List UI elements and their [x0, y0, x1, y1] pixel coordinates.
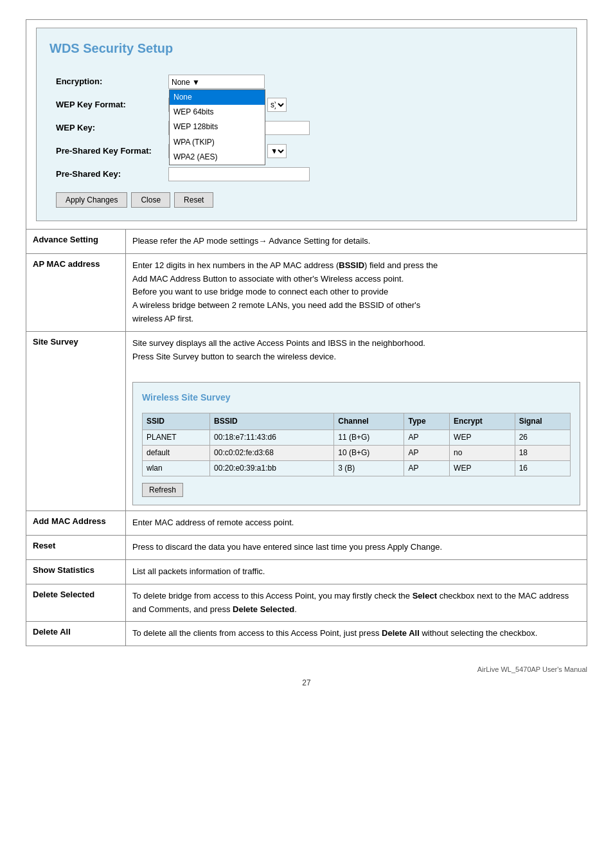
wds-form: Encryption: None ▼ None WEP 64bits WEP 1… [49, 70, 564, 211]
pre-shared-key-format-row: Pre-Shared Key Format: passphrase ▼ [56, 143, 557, 159]
option-wep64[interactable]: WEP 64bits [170, 105, 265, 120]
wds-row: WDS Security Setup Encryption: None ▼ No [26, 20, 587, 230]
wlan-bssid: 00:20:e0:39:a1:bb [210, 461, 334, 476]
encryption-row: Encryption: None ▼ None WEP 64bits WEP 1… [56, 73, 557, 90]
encryption-label: Encryption: [56, 75, 168, 89]
col-bssid: BSSID [210, 413, 334, 429]
default-channel: 10 (B+G) [334, 445, 404, 460]
reset-label-text: Reset [33, 541, 55, 550]
show-statistics-label-text: Show Statistics [33, 565, 94, 575]
pre-shared-key-format-select2[interactable]: ▼ [267, 144, 287, 158]
col-encrypt: Encrypt [450, 413, 515, 429]
pre-shared-key-input[interactable] [168, 167, 310, 181]
site-survey-label: Site Survey [26, 331, 126, 511]
site-survey-content: Site survey displays all the active Acce… [126, 331, 587, 511]
select-bold: Select [413, 591, 437, 601]
site-survey-panel: Wireless Site Survey SSID BSSID Channel … [132, 382, 580, 505]
ap-mac-address-row: AP MAC address Enter 12 digits in hex nu… [26, 253, 587, 331]
advance-setting-row: Advance Setting Please refer the AP mode… [26, 230, 587, 254]
add-mac-label: Add MAC Address [26, 511, 126, 536]
delete-selected-content: To delete bridge from access to this Acc… [126, 584, 587, 622]
planet-signal: 26 [515, 429, 570, 445]
encryption-dropdown: None WEP 64bits WEP 128bits WPA (TKIP) W… [169, 89, 265, 165]
planet-type: AP [404, 429, 450, 445]
col-channel: Channel [334, 413, 404, 429]
wlan-channel: 3 (B) [334, 461, 404, 476]
delete-all-label-text: Delete All [33, 627, 71, 637]
default-encrypt: no [450, 445, 515, 460]
site-survey-panel-title: Wireless Site Survey [142, 390, 571, 404]
wep-key-label: WEP Key: [56, 122, 168, 135]
default-bssid: 00:c0:02:fe:d3:68 [210, 445, 334, 460]
wep-key-format-row: WEP Key Format: s) [56, 96, 557, 113]
site-survey-intro1: Site survey displays all the active Acce… [132, 338, 425, 348]
option-wpa-tkip[interactable]: WPA (TKIP) [170, 135, 265, 150]
advance-setting-label: Advance Setting [26, 230, 126, 254]
survey-row-wlan: wlan 00:20:e0:39:a1:bb 3 (B) AP WEP 16 [143, 461, 571, 476]
wds-title: WDS Security Setup [49, 38, 564, 59]
wds-btn-row: Apply Changes Close Reset [56, 192, 557, 208]
default-ssid: default [143, 445, 210, 460]
encryption-select[interactable]: None ▼ None WEP 64bits WEP 128bits WPA (… [168, 75, 265, 89]
apply-changes-button[interactable]: Apply Changes [56, 192, 127, 208]
default-signal: 18 [515, 445, 570, 460]
col-ssid: SSID [143, 413, 210, 429]
delete-selected-row: Delete Selected To delete bridge from ac… [26, 584, 587, 622]
add-mac-label-text: Add MAC Address [33, 516, 106, 526]
reset-button[interactable]: Reset [174, 192, 213, 208]
wds-cell: WDS Security Setup Encryption: None ▼ No [26, 20, 587, 230]
close-button[interactable]: Close [131, 192, 170, 208]
delete-all-content: To delete all the clients from access to… [126, 622, 587, 646]
planet-encrypt: WEP [450, 429, 515, 445]
delete-all-row: Delete All To delete all the clients fro… [26, 622, 587, 646]
option-none[interactable]: None [170, 90, 265, 105]
survey-table: SSID BSSID Channel Type Encrypt Signal [142, 413, 571, 477]
show-statistics-row: Show Statistics List all packets informa… [26, 559, 587, 584]
page-container: WDS Security Setup Encryption: None ▼ No [26, 19, 587, 687]
delete-selected-label-text: Delete Selected [33, 590, 94, 599]
delete-selected-label: Delete Selected [26, 584, 126, 622]
ap-mac-label: AP MAC address [26, 253, 126, 331]
wep-key-format-select-small[interactable]: s) [267, 98, 287, 112]
default-type: AP [404, 445, 450, 460]
col-type: Type [404, 413, 450, 429]
wlan-type: AP [404, 461, 450, 476]
wep-key-row: WEP Key: [56, 120, 557, 136]
planet-bssid: 00:18:e7:11:43:d6 [210, 429, 334, 445]
encryption-control: None ▼ None WEP 64bits WEP 128bits WPA (… [168, 75, 265, 89]
planet-ssid: PLANET [143, 429, 210, 445]
ap-mac-label-text: AP MAC address [33, 259, 100, 269]
delete-selected-bold: Delete Selected [233, 604, 294, 614]
survey-row-planet: PLANET 00:18:e7:11:43:d6 11 (B+G) AP WEP… [143, 429, 571, 445]
option-wep128[interactable]: WEP 128bits [170, 120, 265, 134]
wep-key-format-label: WEP Key Format: [56, 98, 168, 112]
advance-setting-label-text: Advance Setting [33, 235, 98, 244]
wlan-ssid: wlan [143, 461, 210, 476]
survey-row-default: default 00:c0:02:fe:d3:68 10 (B+G) AP no… [143, 445, 571, 460]
footer-page: 27 [26, 678, 587, 687]
add-mac-row: Add MAC Address Enter MAC address of rem… [26, 511, 587, 536]
wlan-encrypt: WEP [450, 461, 515, 476]
option-wpa2-aes[interactable]: WPA2 (AES) [170, 150, 265, 165]
col-signal: Signal [515, 413, 570, 429]
pre-shared-key-format-label: Pre-Shared Key Format: [56, 146, 168, 157]
show-statistics-content: List all packets information of traffic. [126, 559, 587, 584]
main-table: WDS Security Setup Encryption: None ▼ No [26, 19, 587, 646]
wlan-signal: 16 [515, 461, 570, 476]
pre-shared-key-control [168, 167, 310, 181]
reset-content: Press to discard the data you have enter… [126, 536, 587, 560]
pre-shared-key-label: Pre-Shared Key: [56, 168, 168, 181]
bssid-bold: BSSID [339, 260, 364, 270]
site-survey-row: Site Survey Site survey displays all the… [26, 331, 587, 511]
ap-mac-content: Enter 12 digits in hex numbers in the AP… [126, 253, 587, 331]
survey-header-row: SSID BSSID Channel Type Encrypt Signal [143, 413, 571, 429]
reset-label: Reset [26, 536, 126, 560]
footer-manual: AirLive WL_5470AP User's Manual [26, 665, 587, 673]
reset-row: Reset Press to discard the data you have… [26, 536, 587, 560]
pre-shared-key-row: Pre-Shared Key: [56, 166, 557, 183]
refresh-button[interactable]: Refresh [142, 483, 183, 497]
wds-panel: WDS Security Setup Encryption: None ▼ No [36, 28, 577, 221]
add-mac-content: Enter MAC address of remote access point… [126, 511, 587, 536]
show-statistics-label: Show Statistics [26, 559, 126, 584]
delete-all-label: Delete All [26, 622, 126, 646]
